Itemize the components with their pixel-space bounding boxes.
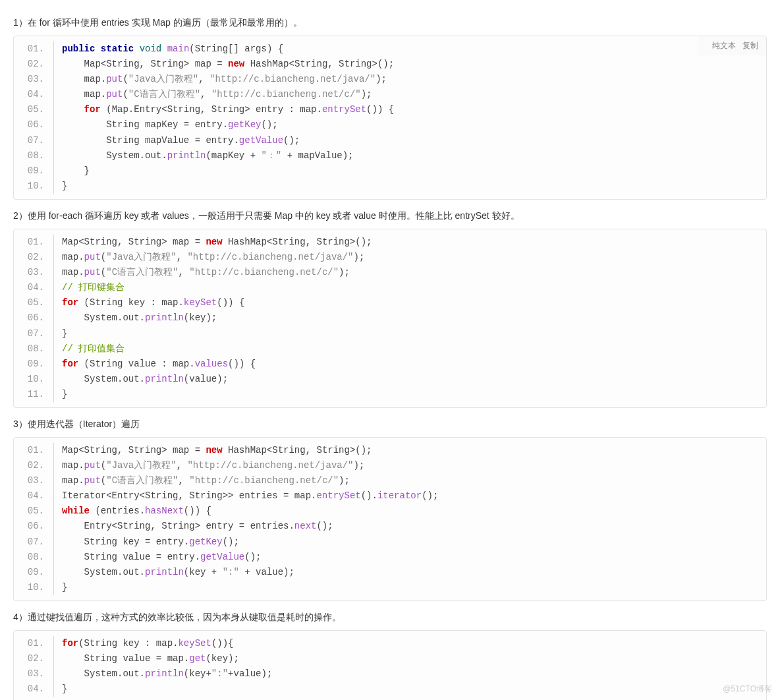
code-line: 04. map.put("C语言入门教程", "http://c.bianche… <box>14 87 766 102</box>
code-line: 02. Map<String, String> map = new HashMa… <box>14 57 766 72</box>
code-line: 03. System.out.println(key+":"+value); <box>14 666 766 682</box>
line-code: for (String value : map.values()) { <box>53 357 766 372</box>
code-line: 02. String value = map.get(key); <box>14 651 766 666</box>
code-line: 01.Map<String, String> map = new HashMap… <box>14 443 766 458</box>
line-number: 05. <box>14 295 53 310</box>
line-number: 02. <box>14 250 53 265</box>
line-code: } <box>53 163 766 179</box>
line-code: Map<String, String> map = new HashMap<St… <box>53 443 766 458</box>
line-code: while (entries.hasNext()) { <box>53 504 766 519</box>
line-code: map.put("C语言入门教程", "http://c.biancheng.n… <box>53 265 766 280</box>
line-code: // 打印键集合 <box>53 280 766 295</box>
code-line: 02.map.put("Java入门教程", "http://c.bianche… <box>14 250 766 265</box>
line-code: System.out.println(key+":"+value); <box>53 666 766 682</box>
line-number: 02. <box>14 458 53 473</box>
line-number: 02. <box>14 57 53 72</box>
line-number: 06. <box>14 519 53 534</box>
line-number: 06. <box>14 310 53 326</box>
plaintext-button[interactable]: 纯文本 <box>712 41 736 50</box>
line-number: 08. <box>14 550 53 565</box>
line-number: 09. <box>14 565 53 580</box>
code-line: 11.} <box>14 387 766 402</box>
line-number: 07. <box>14 133 53 148</box>
section-title: 3）使用迭代器（Iterator）遍历 <box>13 419 767 430</box>
line-code: String value = map.get(key); <box>53 651 766 666</box>
code-line: 03. map.put("Java入门教程", "http://c.bianch… <box>14 72 766 87</box>
line-number: 09. <box>14 357 53 372</box>
line-code: map.put("C语言入门教程", "http://c.biancheng.n… <box>53 87 766 102</box>
code-line: 02.map.put("Java入门教程", "http://c.bianche… <box>14 458 766 473</box>
section-title: 1）在 for 循环中使用 entries 实现 Map 的遍历（最常见和最常用… <box>13 17 767 29</box>
code-list: 01.Map<String, String> map = new HashMap… <box>14 229 766 407</box>
line-number: 01. <box>14 235 53 250</box>
code-block: 01.Map<String, String> map = new HashMap… <box>13 437 767 601</box>
code-line: 04.} <box>14 682 766 697</box>
line-code: // 打印值集合 <box>53 341 766 357</box>
line-number: 01. <box>14 42 53 57</box>
line-number: 11. <box>14 387 53 402</box>
code-line: 03.map.put("C语言入门教程", "http://c.bianchen… <box>14 473 766 488</box>
line-number: 04. <box>14 280 53 295</box>
line-number: 04. <box>14 87 53 102</box>
code-line: 08. String value = entry.getValue(); <box>14 550 766 565</box>
code-line: 09.for (String value : map.values()) { <box>14 357 766 372</box>
code-line: 01.Map<String, String> map = new HashMap… <box>14 235 766 250</box>
code-line: 06. System.out.println(key); <box>14 310 766 326</box>
line-number: 05. <box>14 504 53 519</box>
line-number: 07. <box>14 326 53 341</box>
line-code: for (String key : map.keySet()) { <box>53 295 766 310</box>
code-line: 07.} <box>14 326 766 341</box>
code-list: 01.for(String key : map.keySet()){02. St… <box>14 631 766 700</box>
code-line: 03.map.put("C语言入门教程", "http://c.bianchen… <box>14 265 766 280</box>
line-number: 07. <box>14 535 53 550</box>
line-code: String mapValue = entry.getValue(); <box>53 133 766 148</box>
code-line: 10. System.out.println(value); <box>14 372 766 387</box>
code-list: 01.Map<String, String> map = new HashMap… <box>14 438 766 600</box>
line-number: 10. <box>14 372 53 387</box>
code-line: 08. System.out.println(mapKey + "：" + ma… <box>14 148 766 163</box>
section-title: 2）使用 for-each 循环遍历 key 或者 values，一般适用于只需… <box>13 210 767 222</box>
line-number: 05. <box>14 102 53 117</box>
code-line: 07. String key = entry.getKey(); <box>14 535 766 550</box>
line-code: public static void main(String[] args) { <box>53 42 766 57</box>
line-number: 01. <box>14 443 53 458</box>
line-number: 08. <box>14 341 53 357</box>
line-code: } <box>53 326 766 341</box>
line-code: for (Map.Entry<String, String> entry : m… <box>53 102 766 117</box>
line-number: 10. <box>14 580 53 595</box>
code-line: 05.for (String key : map.keySet()) { <box>14 295 766 310</box>
line-code: System.out.println(key); <box>53 310 766 326</box>
line-code: System.out.println(mapKey + "：" + mapVal… <box>53 148 766 163</box>
code-block: 纯文本复制01.public static void main(String[]… <box>13 36 767 200</box>
code-block: 01.for(String key : map.keySet()){02. St… <box>13 630 767 700</box>
code-line: 04.Iterator<Entry<String, String>> entri… <box>14 488 766 504</box>
line-number: 01. <box>14 636 53 651</box>
line-number: 04. <box>14 488 53 504</box>
line-number: 03. <box>14 265 53 280</box>
line-number: 06. <box>14 117 53 132</box>
line-code: map.put("Java入门教程", "http://c.biancheng.… <box>53 458 766 473</box>
line-number: 08. <box>14 148 53 163</box>
line-number: 03. <box>14 666 53 682</box>
line-code: for(String key : map.keySet()){ <box>53 636 766 651</box>
code-line: 08.// 打印值集合 <box>14 341 766 357</box>
code-line: 06. Entry<String, String> entry = entrie… <box>14 519 766 534</box>
line-code: String value = entry.getValue(); <box>53 550 766 565</box>
code-line: 04.// 打印键集合 <box>14 280 766 295</box>
line-code: } <box>53 682 766 697</box>
line-code: map.put("Java入门教程", "http://c.biancheng.… <box>53 72 766 87</box>
code-line: 09. } <box>14 163 766 179</box>
code-list: 01.public static void main(String[] args… <box>14 36 766 199</box>
line-number: 03. <box>14 473 53 488</box>
line-number: 04. <box>14 682 53 697</box>
line-code: } <box>53 580 766 595</box>
code-line: 09. System.out.println(key + ":" + value… <box>14 565 766 580</box>
line-code: map.put("Java入门教程", "http://c.biancheng.… <box>53 250 766 265</box>
line-code: Map<String, String> map = new HashMap<St… <box>53 57 766 72</box>
line-code: String mapKey = entry.getKey(); <box>53 117 766 132</box>
line-code: map.put("C语言入门教程", "http://c.biancheng.n… <box>53 473 766 488</box>
line-number: 10. <box>14 179 53 194</box>
copy-button[interactable]: 复制 <box>742 41 758 50</box>
line-number: 02. <box>14 651 53 666</box>
code-line: 05. for (Map.Entry<String, String> entry… <box>14 102 766 117</box>
